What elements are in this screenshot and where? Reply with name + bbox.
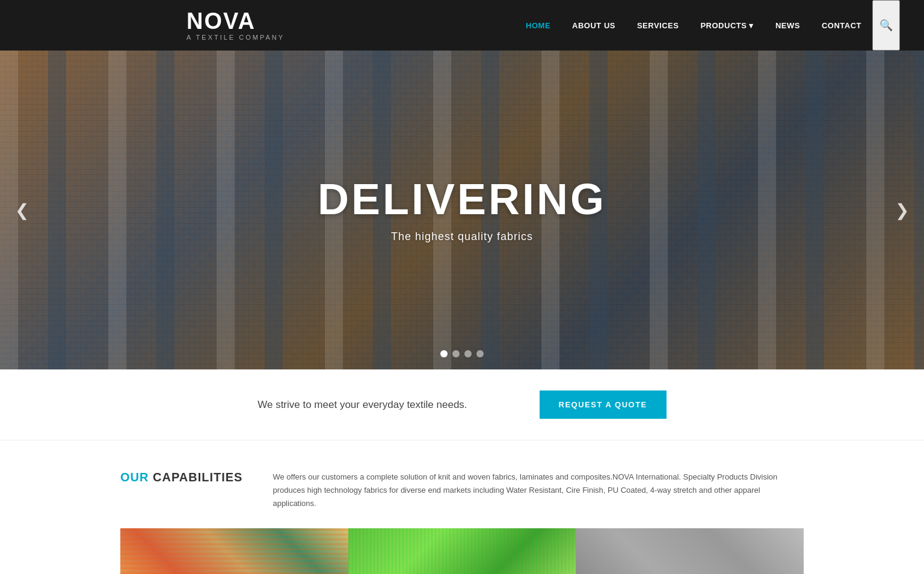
image-card-green[interactable] [348,528,576,574]
capabilities-our: OUR [120,471,149,484]
nav-about[interactable]: ABOUT US [561,0,626,51]
image-card-fabrics[interactable] [120,528,348,574]
hero-dot-4[interactable] [476,350,484,357]
hero-title: DELIVERING [318,177,606,221]
image-card-gray[interactable] [576,528,804,574]
hero-dots [440,350,484,357]
search-button[interactable]: 🔍 [872,0,900,51]
search-icon: 🔍 [879,19,893,32]
capabilities-rest: CAPABILITIES [149,471,242,484]
hero-prev-button[interactable]: ❮ [6,194,38,226]
nav-home[interactable]: HOME [515,0,561,51]
capabilities-description: We offers our customers a complete solut… [273,471,804,510]
nav-news[interactable]: NEWS [765,0,811,51]
products-dropdown-icon: ▾ [749,21,754,30]
nav-products[interactable]: PRODUCTS ▾ [689,0,764,51]
capabilities-section: OUR CAPABILITIES We offers our customers… [0,440,924,574]
logo-tagline: A TEXTILE COMPANY [186,34,285,41]
cta-text: We strive to meet your everyday textile … [257,399,467,411]
nav-contact[interactable]: CONTACT [811,0,872,51]
nav-services[interactable]: SERVICES [626,0,690,51]
hero-slider: ❮ ❯ DELIVERING The highest quality fabri… [0,51,924,369]
request-quote-button[interactable]: REQUEST A QUOTE [540,390,667,419]
logo-area: NOVA A TEXTILE COMPANY [0,10,285,41]
capabilities-layout: OUR CAPABILITIES We offers our customers… [120,471,804,510]
hero-dot-1[interactable] [440,350,448,357]
hero-content: DELIVERING The highest quality fabrics [318,177,606,243]
logo-name[interactable]: NOVA [186,10,285,32]
main-nav: HOME ABOUT US SERVICES PRODUCTS ▾ NEWS C… [515,0,900,51]
hero-dot-3[interactable] [464,350,472,357]
header: NOVA A TEXTILE COMPANY HOME ABOUT US SER… [0,0,924,51]
capabilities-title: OUR CAPABILITIES [120,471,242,484]
image-cards [120,528,804,574]
hero-subtitle: The highest quality fabrics [318,230,606,243]
hero-dot-2[interactable] [452,350,460,357]
capabilities-heading-area: OUR CAPABILITIES [120,471,242,484]
cta-section: We strive to meet your everyday textile … [0,369,924,440]
hero-next-button[interactable]: ❯ [886,194,918,226]
